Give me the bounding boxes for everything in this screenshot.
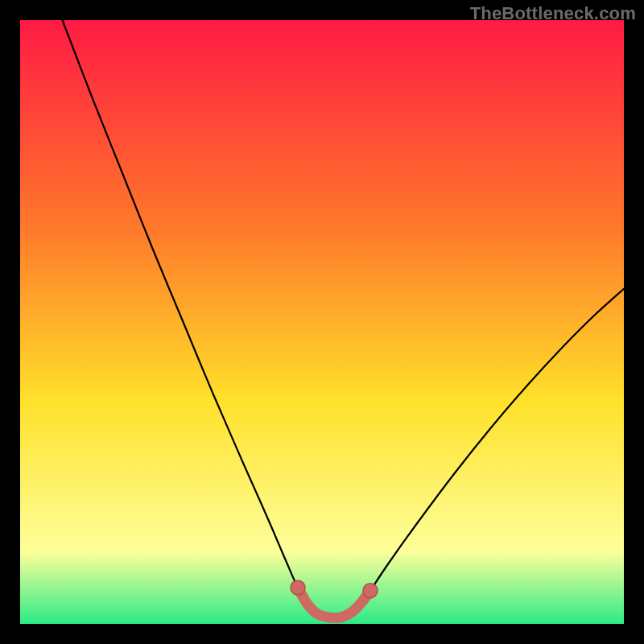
chart-plot-area [20, 20, 624, 624]
chart-background-gradient [20, 20, 624, 624]
chart-frame: TheBottleneck.com [0, 0, 644, 644]
chart-svg [20, 20, 624, 624]
optimal-range-endpoint-left [291, 580, 305, 595]
optimal-range-endpoint-right [363, 584, 378, 598]
watermark-label: TheBottleneck.com [470, 3, 636, 24]
